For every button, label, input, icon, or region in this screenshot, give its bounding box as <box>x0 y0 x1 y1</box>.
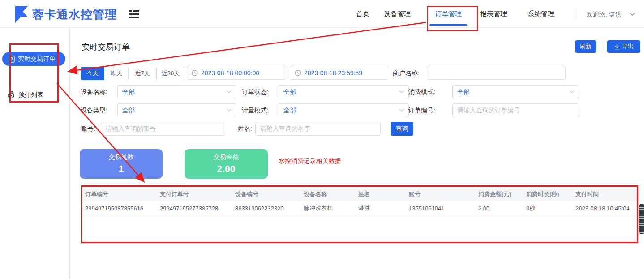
chevron-down-icon <box>227 109 232 112</box>
range-yesterday-button[interactable]: 昨天 <box>104 67 129 80</box>
table-cell: 299497195087855616 <box>82 205 156 212</box>
collapse-menu-icon[interactable] <box>129 10 139 18</box>
refresh-button-label: 刷新 <box>580 43 592 51</box>
metering-mode-value: 全部 <box>283 107 296 115</box>
sidebar-item-label: 实时交易订单 <box>18 55 56 63</box>
column-header: 消费金额(元) <box>475 190 523 198</box>
stat-value: 2.00 <box>185 163 268 174</box>
sidebar-item-label: 预扣列表 <box>18 91 43 99</box>
metering-mode-label: 计量模式: <box>242 107 269 115</box>
nav-item-system[interactable]: 系统管理 <box>528 10 554 18</box>
name-placeholder: 请输入查询的名字 <box>260 125 310 133</box>
document-icon <box>9 56 15 63</box>
merchant-name-label: 商户名称: <box>393 69 420 77</box>
account-placeholder: 请输入查询的账号 <box>106 125 156 133</box>
account-input[interactable]: 请输入查询的账号 <box>101 122 225 136</box>
nav-divider <box>575 9 575 19</box>
table-scrollbar-thumb[interactable] <box>639 204 644 234</box>
nav-item-reports[interactable]: 报表管理 <box>480 10 507 18</box>
range-today-button[interactable]: 今天 <box>81 67 104 80</box>
table-cell: 脉冲洗衣机 <box>300 204 355 212</box>
stat-card-transaction-amount: 交易金额 2.00 <box>185 149 268 179</box>
column-header: 设备名称 <box>300 190 355 198</box>
stat-label: 交易笔数 <box>80 153 163 161</box>
page-title: 实时交易订单 <box>82 42 130 52</box>
device-name-label: 设备名称: <box>81 88 107 96</box>
table-cell: 299497195277385728 <box>156 205 232 212</box>
start-time-value: 2023-08-18 00:00:00 <box>201 69 259 77</box>
nav-item-orders[interactable]: 订单管理 <box>435 10 462 18</box>
user-chevron-down-icon[interactable] <box>630 13 635 16</box>
app-window: 蓉卡通水控管理 首页 设备管理 订单管理 报表管理 系统管理 欢迎您, 谌洪 实… <box>0 0 644 279</box>
user-welcome[interactable]: 欢迎您, 谌洪 <box>587 11 622 19</box>
nav-active-underline <box>429 24 467 26</box>
brand-logo-icon <box>12 5 30 24</box>
clock-icon <box>295 70 301 76</box>
table-cell: 2023-08-18 10:45:04 <box>572 205 641 212</box>
chevron-down-icon <box>227 90 232 94</box>
device-name-select[interactable]: 全部 <box>117 85 236 99</box>
table-cell: 863313062232320 <box>232 205 300 212</box>
metering-mode-select[interactable]: 全部 <box>279 103 409 117</box>
table-cell: 谌洪 <box>355 204 405 212</box>
range-7days-button[interactable]: 近7天 <box>129 67 157 80</box>
stat-value: 1 <box>80 163 163 174</box>
name-input[interactable]: 请输入查询的名字 <box>255 122 381 136</box>
brand-title: 蓉卡通水控管理 <box>32 7 117 22</box>
annotation-note: 水控消费记录相关数据 <box>279 157 341 165</box>
column-header: 支付订单号 <box>156 190 232 198</box>
range-30days-button[interactable]: 近30天 <box>157 67 185 80</box>
export-button[interactable]: 导出 <box>607 40 640 53</box>
stat-label: 交易金额 <box>185 153 268 161</box>
chevron-down-icon <box>399 109 404 112</box>
table-cell: 2.00 <box>475 205 523 212</box>
table-cell: 13551051041 <box>405 205 475 212</box>
money-bag-icon <box>7 91 15 99</box>
column-header: 订单编号 <box>82 190 156 198</box>
column-header: 消费时长(秒) <box>523 190 572 198</box>
end-time-value: 2023-08-18 23:59:59 <box>304 69 362 77</box>
order-status-value: 全部 <box>283 88 296 96</box>
device-name-value: 全部 <box>122 88 135 96</box>
sidebar-divider <box>69 28 70 279</box>
consume-mode-select[interactable]: 全部 <box>452 85 579 99</box>
sidebar-item-prededuct-list[interactable]: 预扣列表 <box>7 90 65 100</box>
device-type-select[interactable]: 全部 <box>117 103 236 117</box>
column-header: 设备编号 <box>232 190 300 198</box>
column-header: 账号 <box>405 190 475 198</box>
device-type-value: 全部 <box>122 107 135 115</box>
stat-card-transaction-count: 交易笔数 1 <box>80 149 163 179</box>
clock-icon <box>192 70 198 76</box>
top-header: 蓉卡通水控管理 首页 设备管理 订单管理 报表管理 系统管理 欢迎您, 谌洪 <box>0 0 644 28</box>
order-status-select[interactable]: 全部 <box>279 85 409 99</box>
table-header-row: 订单编号支付订单号设备编号设备名称姓名账号消费金额(元)消费时长(秒)支付时间 <box>82 188 641 201</box>
download-icon <box>614 44 620 50</box>
device-type-label: 设备类型: <box>81 107 107 115</box>
start-time-input[interactable]: 2023-08-18 00:00:00 <box>187 66 286 80</box>
chevron-down-icon <box>399 90 404 94</box>
quick-range-group: 今天 昨天 近7天 近30天 <box>81 67 185 80</box>
search-button-label: 查询 <box>396 125 408 133</box>
account-label: 账号: <box>81 125 95 133</box>
end-time-input[interactable]: 2023-08-18 23:59:59 <box>290 66 388 80</box>
table-cell: 0秒 <box>523 204 572 212</box>
chevron-down-icon <box>569 90 574 94</box>
order-no-label: 订单编号: <box>408 107 435 115</box>
refresh-button[interactable]: 刷新 <box>575 40 596 53</box>
sidebar-item-realtime-orders[interactable]: 实时交易订单 <box>2 52 65 66</box>
table-row[interactable]: 2994971950878556162994971952773857288633… <box>82 201 641 216</box>
consume-mode-label: 消费模式: <box>408 88 435 96</box>
merchant-name-input[interactable] <box>427 66 566 80</box>
order-no-placeholder: 请输入查询的订单编号 <box>457 107 520 115</box>
nav-item-devices[interactable]: 设备管理 <box>384 10 411 18</box>
order-no-input[interactable]: 请输入查询的订单编号 <box>452 103 579 117</box>
search-button[interactable]: 查询 <box>391 122 413 136</box>
consume-mode-value: 全部 <box>457 88 470 96</box>
nav-item-home[interactable]: 首页 <box>356 10 369 18</box>
name-label: 姓名: <box>238 125 252 133</box>
order-status-label: 订单状态: <box>242 88 269 96</box>
toolbar-divider <box>602 42 602 51</box>
column-header: 支付时间 <box>572 190 641 198</box>
export-button-label: 导出 <box>622 43 634 51</box>
column-header: 姓名 <box>355 190 405 198</box>
